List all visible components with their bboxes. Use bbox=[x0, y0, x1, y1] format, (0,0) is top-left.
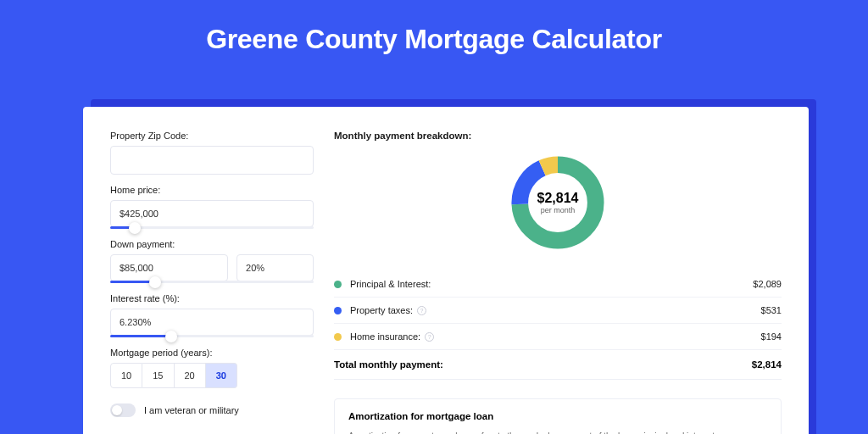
dot-icon bbox=[334, 333, 342, 341]
donut-center: $2,814 per month bbox=[508, 153, 608, 253]
breakdown-column: Monthly payment breakdown: $2,814 per mo… bbox=[334, 131, 782, 434]
period-15-button[interactable]: 15 bbox=[142, 363, 174, 388]
interest-rate-input[interactable] bbox=[110, 309, 314, 336]
total-label: Total monthly payment: bbox=[334, 359, 752, 370]
total-row: Total monthly payment: $2,814 bbox=[334, 350, 782, 380]
zip-input[interactable] bbox=[110, 146, 314, 175]
down-payment-slider[interactable] bbox=[110, 281, 314, 283]
period-10-button[interactable]: 10 bbox=[110, 363, 142, 388]
donut-chart: $2,814 per month bbox=[508, 153, 608, 253]
veteran-row: I am veteran or military bbox=[110, 403, 314, 417]
down-payment-group: Down payment: bbox=[110, 239, 314, 283]
zip-label: Property Zip Code: bbox=[110, 131, 314, 141]
calculator-card: Property Zip Code: Home price: Down paym… bbox=[83, 107, 809, 434]
interest-rate-slider[interactable] bbox=[110, 335, 314, 337]
amortization-title: Amortization for mortgage loan bbox=[348, 411, 767, 421]
zip-group: Property Zip Code: bbox=[110, 131, 314, 175]
legend-name: Property taxes: ? bbox=[350, 305, 761, 315]
breakdown-title: Monthly payment breakdown: bbox=[334, 131, 782, 141]
interest-rate-group: Interest rate (%): bbox=[110, 293, 314, 337]
legend-name: Principal & Interest: bbox=[350, 279, 753, 289]
legend-value: $531 bbox=[761, 305, 782, 315]
amortization-box: Amortization for mortgage loan Amortizat… bbox=[334, 398, 782, 434]
dot-icon bbox=[334, 307, 342, 314]
mortgage-period-group: Mortgage period (years): 10 15 20 30 bbox=[110, 348, 314, 388]
home-price-slider[interactable] bbox=[110, 226, 314, 229]
veteran-label: I am veteran or military bbox=[144, 405, 239, 415]
total-value: $2,814 bbox=[752, 359, 782, 370]
amortization-body: Amortization for a mortgage loan refers … bbox=[348, 430, 767, 434]
period-buttons: 10 15 20 30 bbox=[110, 363, 314, 388]
slider-handle[interactable] bbox=[129, 222, 141, 234]
down-payment-input[interactable] bbox=[110, 254, 228, 281]
legend-item-taxes: Property taxes: ? $531 bbox=[334, 298, 782, 324]
toggle-knob bbox=[112, 405, 122, 415]
home-price-input[interactable] bbox=[110, 200, 314, 227]
info-icon[interactable]: ? bbox=[425, 332, 434, 342]
period-30-button[interactable]: 30 bbox=[206, 363, 237, 388]
home-price-group: Home price: bbox=[110, 185, 314, 229]
donut-chart-wrap: $2,814 per month bbox=[334, 153, 782, 253]
page-title: Greene County Mortgage Calculator bbox=[0, 0, 868, 74]
slider-handle[interactable] bbox=[165, 331, 177, 342]
dot-icon bbox=[334, 281, 342, 288]
donut-amount: $2,814 bbox=[537, 191, 579, 206]
info-icon[interactable]: ? bbox=[417, 306, 426, 315]
down-payment-label: Down payment: bbox=[110, 239, 314, 249]
slider-handle[interactable] bbox=[149, 276, 161, 288]
interest-rate-label: Interest rate (%): bbox=[110, 293, 314, 303]
down-payment-pct-input[interactable] bbox=[236, 254, 314, 281]
mortgage-period-label: Mortgage period (years): bbox=[110, 348, 314, 358]
legend-name: Home insurance: ? bbox=[350, 331, 761, 342]
donut-caption: per month bbox=[541, 206, 576, 214]
period-20-button[interactable]: 20 bbox=[175, 363, 206, 388]
legend-value: $2,089 bbox=[753, 279, 782, 289]
legend-item-insurance: Home insurance: ? $194 bbox=[334, 324, 782, 350]
form-column: Property Zip Code: Home price: Down paym… bbox=[110, 131, 314, 434]
legend-item-principal: Principal & Interest: $2,089 bbox=[334, 271, 782, 298]
home-price-label: Home price: bbox=[110, 185, 314, 195]
legend-value: $194 bbox=[761, 331, 782, 342]
veteran-toggle[interactable] bbox=[110, 403, 136, 417]
